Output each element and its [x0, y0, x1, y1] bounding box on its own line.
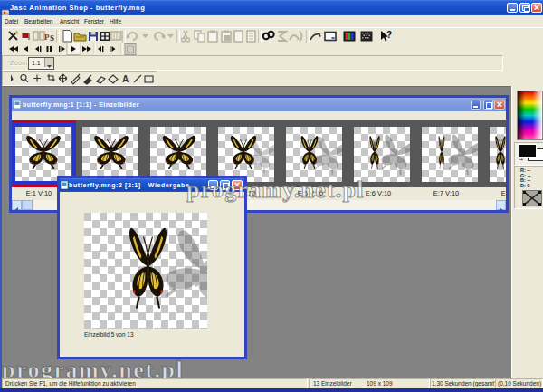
- svg-text:S: S: [50, 33, 54, 43]
- svg-text:A: A: [122, 74, 129, 84]
- svg-text:?: ?: [386, 30, 392, 40]
